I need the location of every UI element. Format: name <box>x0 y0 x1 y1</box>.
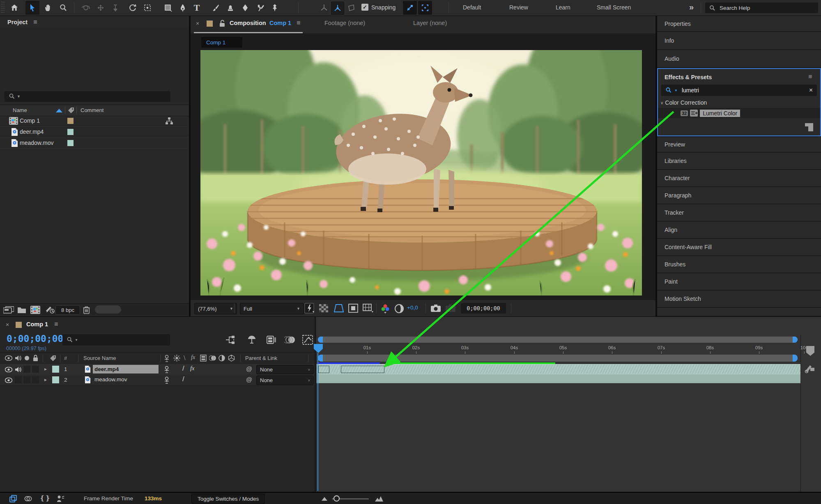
time-navigator-start-handle[interactable] <box>318 337 323 343</box>
sidebar-item-properties[interactable]: Properties <box>657 16 821 31</box>
layer-row-meadow[interactable]: ▸ 2 meadow.mov / @ None ˅ <box>0 375 315 386</box>
quality-toggle[interactable]: / <box>182 364 184 373</box>
label-color-swatch[interactable] <box>207 21 213 27</box>
layer-tab[interactable]: Layer (none) <box>413 20 447 26</box>
workspace-tab-default[interactable]: Default <box>463 4 481 11</box>
puppet-pin-tool-button[interactable] <box>268 1 282 15</box>
world-axis-mode-button[interactable] <box>330 1 345 16</box>
column-source-name[interactable]: Source Name <box>83 355 116 361</box>
parent-link-dropdown[interactable]: None ˅ <box>256 376 314 385</box>
solo-toggle[interactable] <box>23 366 30 373</box>
timeline-track-area[interactable] <box>316 317 821 492</box>
label-color-swatch[interactable] <box>67 118 74 124</box>
hand-tool-button[interactable] <box>41 1 55 15</box>
work-area-bar[interactable] <box>318 355 798 362</box>
sidebar-item-tracker[interactable]: Tracker <box>657 204 821 221</box>
effects-category-row[interactable]: ∨ Color Correction <box>658 98 820 108</box>
column-comment[interactable]: Comment <box>80 107 103 113</box>
project-item-name[interactable]: Comp 1 <box>20 117 40 124</box>
tab-close-icon[interactable]: × <box>6 321 9 328</box>
local-axis-mode-button[interactable] <box>317 1 331 15</box>
timeline-tab-name[interactable]: Comp 1 <box>26 321 48 328</box>
sort-ascending-icon[interactable] <box>56 109 62 112</box>
timeline-zoom-knob[interactable] <box>333 495 340 502</box>
sidebar-item-motion-sketch[interactable]: Motion Sketch <box>657 291 821 307</box>
effects-search-field[interactable]: ▼ lumetri × <box>661 85 817 96</box>
rotation-tool-button[interactable] <box>126 1 140 15</box>
snapping-checkbox[interactable]: ✓ <box>361 4 368 11</box>
work-area-start-handle[interactable] <box>318 355 323 362</box>
footage-tab[interactable]: Footage (none) <box>324 20 365 26</box>
expand-chevron-icon[interactable]: ▸ <box>44 366 47 372</box>
roto-brush-tool-button[interactable] <box>253 1 267 15</box>
project-item-name[interactable]: meadow.mov <box>20 140 53 146</box>
magnification-dropdown[interactable]: (77,6%) ▼ <box>194 303 237 314</box>
current-timecode[interactable]: 0;00;00;00 <box>7 333 63 344</box>
layer-in-handle[interactable] <box>318 366 329 373</box>
project-row-comp1[interactable]: Comp 1 <box>0 116 189 127</box>
solo-toggle[interactable] <box>23 376 30 383</box>
column-name[interactable]: Name <box>13 107 27 113</box>
zoom-tool-button[interactable] <box>56 1 70 15</box>
project-search-field[interactable]: ▼ <box>5 91 170 102</box>
sidebar-item-brushes[interactable]: Brushes <box>657 256 821 273</box>
parent-pickwhip-icon[interactable]: @ <box>246 365 252 372</box>
layer-bar-deer[interactable] <box>317 364 800 374</box>
panel-menu-icon[interactable]: ≡ <box>54 321 58 328</box>
bit-depth-button[interactable]: 8 bpc <box>55 305 80 315</box>
help-search-field[interactable]: Search Help <box>705 2 818 13</box>
view-axis-mode-button[interactable] <box>344 1 358 15</box>
exposure-value[interactable]: +0,0 <box>407 305 418 311</box>
layer-color-swatch[interactable] <box>52 366 59 373</box>
sidebar-item-content-aware-fill[interactable]: Content-Aware Fill <box>657 239 821 255</box>
project-row-meadow[interactable]: meadow.mov <box>0 138 189 149</box>
project-row-deer[interactable]: deer.mp4 <box>0 127 189 138</box>
expand-collapse-button-icon[interactable]: ❴❵ <box>39 494 51 502</box>
sidebar-item-align[interactable]: Align <box>657 222 821 238</box>
lock-toggle[interactable] <box>32 366 39 373</box>
orbit-camera-tool-button[interactable] <box>79 1 93 15</box>
layer-bar-meadow[interactable] <box>317 374 800 383</box>
workspace-tab-review[interactable]: Review <box>509 4 528 11</box>
toggle-switches-modes-button[interactable]: Toggle Switches / Modes <box>191 494 265 504</box>
composition-viewport[interactable] <box>200 50 642 296</box>
workspace-tab-learn[interactable]: Learn <box>556 4 570 11</box>
lock-toggle[interactable] <box>32 376 39 383</box>
sidebar-item-info[interactable]: Info <box>657 32 821 49</box>
panel-menu-icon[interactable]: ≡ <box>33 18 37 26</box>
eraser-tool-button[interactable] <box>238 1 252 15</box>
parent-pickwhip-icon[interactable]: @ <box>246 376 252 383</box>
project-footer-scrollbar[interactable] <box>95 305 121 314</box>
clone-stamp-tool-button[interactable] <box>223 1 237 15</box>
effect-name-chip[interactable]: Lumetri Color <box>700 110 740 117</box>
expand-chevron-icon[interactable]: ▸ <box>44 377 47 383</box>
time-ruler[interactable]: 0s 01s 02s 03s 04s 05s 06s 07s 08s 09s 1… <box>316 344 800 354</box>
snap-to-features-button[interactable] <box>418 1 432 15</box>
fx-toggle[interactable]: fx <box>190 365 194 372</box>
workspace-tab-small-screen[interactable]: Small Screen <box>597 4 631 11</box>
project-item-name[interactable]: deer.mp4 <box>20 128 44 135</box>
clear-search-icon[interactable]: × <box>809 87 813 94</box>
quality-toggle[interactable]: / <box>182 375 184 383</box>
snapping-toggle[interactable]: ✓ Snapping <box>361 4 396 11</box>
workspace-overflow-button[interactable]: » <box>689 2 694 12</box>
type-tool-button[interactable]: T <box>190 1 204 15</box>
resolution-dropdown[interactable]: Full ▼ <box>240 303 304 314</box>
sidebar-item-paragraph[interactable]: Paragraph <box>657 187 821 204</box>
layer-color-swatch[interactable] <box>52 376 59 383</box>
composition-tab-label[interactable]: Composition <box>230 20 266 26</box>
brush-tool-button[interactable] <box>209 1 223 15</box>
sidebar-item-paint[interactable]: Paint <box>657 273 821 290</box>
playhead-line[interactable] <box>317 353 318 491</box>
layer-row-deer[interactable]: ▸ 1 deer.mp4 / fx @ None ˅ <box>0 364 315 375</box>
layer-name-label[interactable]: meadow.mov <box>94 376 127 383</box>
sidebar-item-audio[interactable]: Audio <box>657 50 821 67</box>
effect-row-lumetri[interactable]: 32 Lumetri Color <box>658 108 820 118</box>
column-parent-link[interactable]: Parent & Link <box>245 355 277 361</box>
panel-menu-icon[interactable]: ≡ <box>808 73 812 80</box>
dolly-camera-tool-button[interactable] <box>108 1 122 15</box>
snap-to-edges-button[interactable] <box>403 1 417 15</box>
rectangle-tool-button[interactable] <box>161 1 175 15</box>
label-color-swatch[interactable] <box>67 140 74 146</box>
pan-camera-tool-button[interactable] <box>94 1 108 15</box>
